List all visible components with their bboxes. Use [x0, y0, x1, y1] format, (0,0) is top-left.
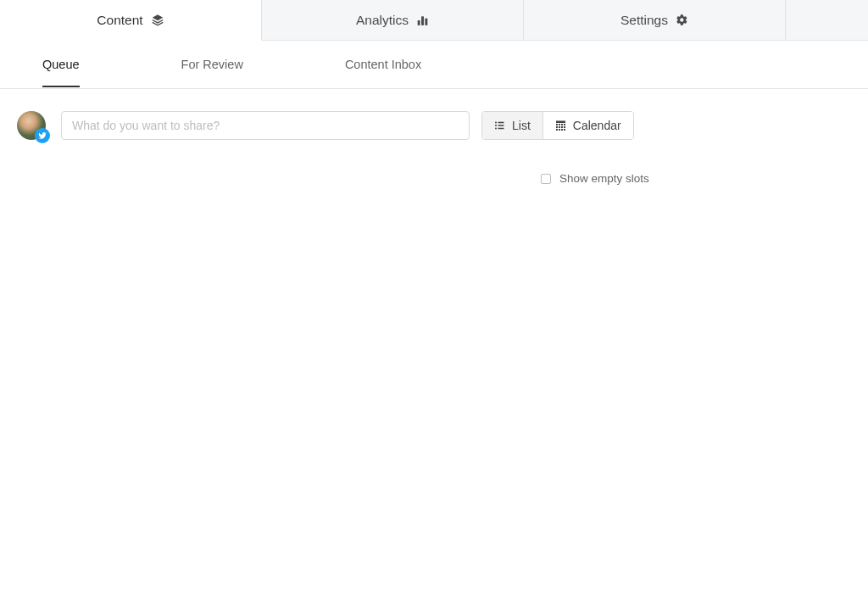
list-icon	[494, 120, 505, 131]
svg-rect-11	[556, 124, 558, 125]
svg-rect-3	[425, 18, 427, 25]
twitter-badge-icon	[35, 128, 50, 143]
tab-settings[interactable]: Settings	[524, 0, 786, 40]
svg-rect-15	[556, 126, 558, 128]
bar-chart-icon	[416, 14, 429, 26]
gear-icon	[676, 14, 688, 26]
top-nav: Content Analytics Settings	[0, 0, 868, 41]
profile-avatar[interactable]	[17, 111, 46, 140]
sub-nav: Queue For Review Content Inbox	[0, 41, 868, 89]
svg-rect-19	[556, 129, 558, 131]
svg-rect-20	[559, 129, 560, 131]
svg-rect-7	[498, 125, 504, 126]
tab-content[interactable]: Content	[0, 0, 262, 41]
subtab-content-inbox-label: Content Inbox	[345, 58, 421, 71]
tab-content-label: Content	[97, 13, 142, 28]
svg-rect-5	[498, 122, 504, 124]
svg-rect-18	[564, 126, 565, 128]
view-list-button[interactable]: List	[482, 112, 542, 139]
tab-analytics[interactable]: Analytics	[262, 0, 524, 40]
view-toggle: List Cale	[481, 111, 634, 140]
layers-icon	[151, 14, 164, 26]
svg-rect-1	[418, 20, 420, 25]
svg-rect-13	[561, 124, 563, 125]
svg-rect-16	[559, 126, 560, 128]
svg-rect-12	[559, 124, 560, 125]
svg-point-6	[495, 125, 497, 126]
subtab-queue[interactable]: Queue	[42, 42, 80, 86]
svg-rect-22	[564, 129, 565, 131]
subtab-for-review-label: For Review	[181, 58, 243, 71]
subtab-for-review[interactable]: For Review	[181, 42, 243, 86]
view-list-label: List	[512, 119, 531, 132]
svg-rect-17	[561, 126, 563, 128]
svg-rect-21	[561, 129, 563, 131]
tab-analytics-label: Analytics	[356, 13, 409, 28]
options-row: Show empty slots	[0, 140, 868, 185]
subtab-content-inbox[interactable]: Content Inbox	[345, 42, 421, 86]
top-nav-filler	[786, 0, 868, 40]
svg-rect-2	[421, 16, 424, 25]
show-empty-slots-label: Show empty slots	[559, 172, 649, 185]
composer-row: List Cale	[0, 89, 868, 140]
svg-marker-0	[152, 14, 163, 20]
view-calendar-label: Calendar	[573, 119, 621, 132]
compose-input[interactable]	[61, 111, 470, 140]
svg-rect-14	[564, 124, 565, 125]
svg-point-4	[495, 122, 497, 124]
checkbox-box-icon	[541, 174, 551, 184]
tab-settings-label: Settings	[620, 13, 668, 28]
subtab-queue-label: Queue	[42, 58, 80, 71]
svg-rect-9	[498, 128, 504, 130]
view-calendar-button[interactable]: Calendar	[542, 112, 633, 139]
svg-point-8	[495, 128, 497, 130]
calendar-grid-icon	[555, 120, 566, 131]
svg-rect-10	[556, 121, 565, 124]
show-empty-slots-checkbox[interactable]: Show empty slots	[541, 172, 649, 185]
